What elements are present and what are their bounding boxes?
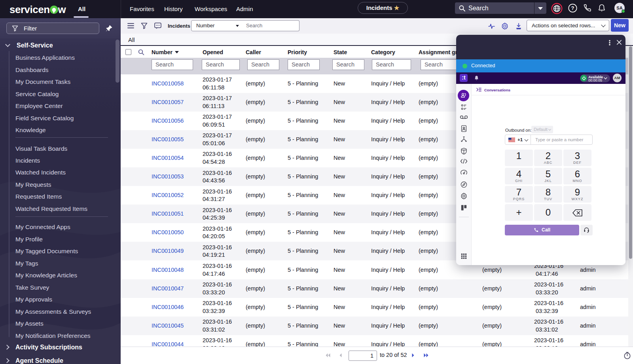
svg-text:?: ? [571, 5, 574, 11]
